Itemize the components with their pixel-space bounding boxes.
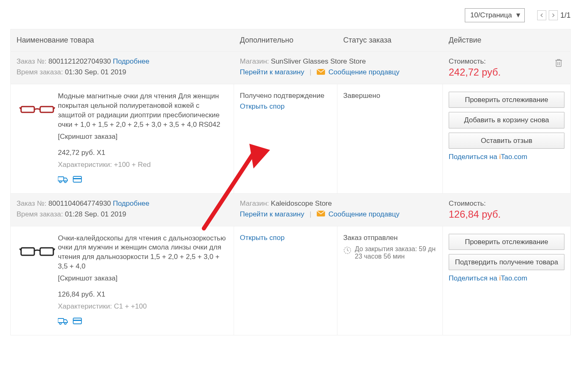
trash-icon: [555, 58, 563, 67]
screenshot-label[interactable]: [Скриншот заказа]: [58, 132, 228, 142]
cost-label: Стоимость:: [449, 57, 564, 66]
confirm-receipt-button[interactable]: Подтвердить получение товара: [449, 254, 564, 270]
cost-value: 126,84 руб.: [449, 209, 564, 220]
svg-rect-11: [40, 248, 53, 255]
order-time-value: 01:28 Sep. 01 2019: [65, 210, 126, 218]
store-label: Магазин:: [240, 57, 269, 65]
store-label: Магазин:: [240, 200, 269, 207]
svg-point-14: [65, 323, 66, 324]
svg-rect-3: [40, 107, 53, 112]
attrs-prefix: Характеристики:: [58, 302, 112, 310]
svg-rect-4: [58, 177, 64, 181]
mail-icon: [317, 69, 325, 77]
pager-text: 1/1: [560, 11, 571, 20]
table-header: Наименование товара Дополнительно Статус…: [10, 29, 571, 52]
col-header-status: Статус заказа: [343, 36, 449, 45]
order-status-text: Завершено: [343, 92, 437, 100]
card-icon[interactable]: [73, 176, 82, 186]
product-title[interactable]: Модные магнитные очки для чтения Для жен…: [58, 92, 228, 130]
svg-rect-8: [73, 178, 81, 179]
truck-icon[interactable]: [58, 176, 68, 186]
per-page-label: 10/Страница: [470, 11, 512, 19]
screenshot-label[interactable]: [Скриншот заказа]: [58, 274, 228, 283]
order-no-label: Заказ №:: [17, 57, 46, 65]
leave-review-button[interactable]: Оставить отзыв: [449, 133, 564, 149]
svg-rect-2: [21, 107, 34, 112]
order-more-link[interactable]: Подробнее: [113, 200, 149, 207]
product-thumbnail[interactable]: [17, 234, 58, 275]
attrs-prefix: Характеристики:: [58, 161, 112, 169]
glasses-icon: [19, 103, 55, 116]
pager-prev-button[interactable]: [537, 10, 546, 20]
go-to-store-link[interactable]: Перейти к магазину: [240, 68, 304, 76]
message-seller-link[interactable]: Сообщение продавцу: [328, 68, 399, 76]
pager: 1/1: [537, 10, 571, 20]
col-header-action: Действие: [449, 36, 564, 45]
svg-rect-12: [58, 318, 64, 323]
order-time-label: Время заказа:: [17, 68, 63, 76]
svg-rect-1: [556, 60, 561, 67]
clock-icon: [343, 246, 351, 256]
order-status-text: Заказ отправлен: [343, 234, 437, 242]
svg-point-6: [65, 181, 66, 182]
price-line: 242,72 руб. X1: [58, 148, 228, 158]
attrs-value: +100 + Red: [114, 161, 151, 169]
card-icon[interactable]: [73, 317, 82, 328]
order-meta-row: Заказ №: 8001104064774930 Подробнее Врем…: [10, 194, 571, 226]
cost-value: 242,72 руб.: [449, 67, 564, 78]
go-to-store-link[interactable]: Перейти к магазину: [240, 210, 304, 218]
received-confirmation-text: Получено подтверждение: [240, 92, 331, 100]
store-name: SunSliver Glasses Store Store: [271, 57, 366, 65]
order-body-row: Очки-калейдоскопы для чтения с дальнозор…: [10, 226, 571, 336]
svg-point-13: [60, 323, 61, 324]
add-to-cart-again-button[interactable]: Добавить в корзину снова: [449, 112, 564, 128]
chevron-right-icon: [552, 13, 555, 17]
product-title[interactable]: Очки-калейдоскопы для чтения с дальнозор…: [58, 234, 228, 272]
order-no-label: Заказ №:: [17, 200, 46, 207]
share-itao-link[interactable]: Поделиться на iTao.com: [449, 153, 564, 161]
open-dispute-link[interactable]: Открыть спор: [240, 102, 285, 110]
attrs-value: C1 + +100: [114, 302, 147, 310]
track-button[interactable]: Проверить отслеживание: [449, 92, 564, 108]
cost-label: Стоимость:: [449, 200, 564, 208]
glasses-icon: [19, 245, 55, 258]
order-no-value: 8001104064774930: [48, 200, 111, 207]
mail-icon: [317, 210, 325, 219]
col-header-extra: Дополнительно: [240, 36, 343, 45]
pager-next-button[interactable]: [549, 10, 558, 20]
countdown: До закрытия заказа: 59 дн 23 часов 56 ми…: [343, 245, 437, 260]
order-body-row: Модные магнитные очки для чтения Для жен…: [10, 84, 571, 194]
open-dispute-link[interactable]: Открыть спор: [240, 234, 285, 242]
message-seller-link[interactable]: Сообщение продавцу: [328, 210, 399, 218]
per-page-select[interactable]: 10/Страница: [465, 8, 525, 22]
svg-rect-16: [73, 320, 81, 321]
product-thumbnail[interactable]: [17, 92, 58, 133]
order-time-label: Время заказа:: [17, 210, 63, 218]
store-name: Kaleidoscope Store: [271, 200, 332, 207]
delete-order-button[interactable]: [555, 58, 563, 69]
order-time-value: 01:30 Sep. 01 2019: [65, 68, 126, 76]
chevron-left-icon: [540, 13, 543, 17]
truck-icon[interactable]: [58, 317, 68, 328]
share-itao-link[interactable]: Поделиться на iTao.com: [449, 274, 564, 283]
order-more-link[interactable]: Подробнее: [113, 57, 149, 65]
svg-point-5: [60, 181, 61, 182]
price-line: 126,84 руб. X1: [58, 290, 228, 299]
track-button[interactable]: Проверить отслеживание: [449, 234, 564, 250]
order-no-value: 8001121202704930: [48, 57, 111, 65]
order-meta-row: Заказ №: 8001121202704930 Подробнее Врем…: [10, 52, 571, 84]
svg-rect-10: [21, 248, 34, 255]
col-header-name: Наименование товара: [17, 36, 240, 45]
